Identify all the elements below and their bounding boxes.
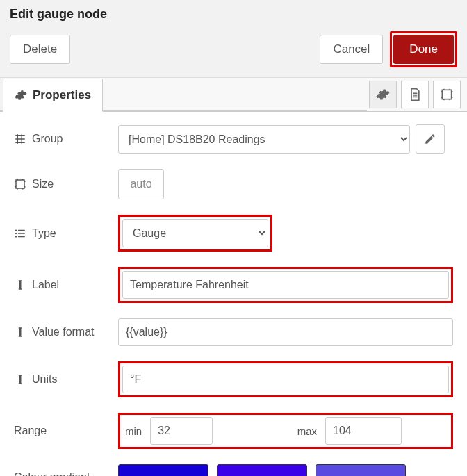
size-button[interactable]: auto xyxy=(118,169,164,199)
text-cursor-icon xyxy=(14,326,26,338)
colour-gradient-label: Colour gradient xyxy=(14,471,90,476)
tab-properties-label: Properties xyxy=(33,88,91,102)
svg-point-2 xyxy=(15,229,17,231)
cancel-button[interactable]: Cancel xyxy=(320,35,383,64)
type-highlight: Gauge xyxy=(118,215,272,252)
pencil-icon xyxy=(424,133,436,145)
settings-pane-button[interactable] xyxy=(369,81,397,108)
units-input[interactable] xyxy=(122,366,449,393)
edit-group-button[interactable] xyxy=(416,124,445,154)
size-label: Size xyxy=(32,178,54,190)
units-highlight xyxy=(118,361,453,397)
done-button[interactable]: Done xyxy=(393,35,454,64)
range-min-input[interactable] xyxy=(150,417,213,445)
label-highlight xyxy=(118,267,453,303)
document-icon xyxy=(408,88,422,101)
group-label: Group xyxy=(32,133,63,145)
gear-icon xyxy=(15,89,27,101)
units-label: Units xyxy=(32,373,57,386)
range-highlight: min max xyxy=(118,413,453,449)
type-select[interactable]: Gauge xyxy=(122,219,268,247)
delete-button[interactable]: Delete xyxy=(10,35,70,64)
range-max-label: max xyxy=(295,425,320,437)
colour-swatch-1[interactable] xyxy=(118,464,208,476)
tab-properties[interactable]: Properties xyxy=(3,79,103,112)
group-select[interactable]: [Home] DS18B20 Readings xyxy=(118,125,410,154)
colour-swatch-2[interactable] xyxy=(217,464,307,476)
gear-icon xyxy=(376,88,390,101)
valueformat-input[interactable] xyxy=(118,318,453,346)
svg-rect-1 xyxy=(16,180,24,188)
text-cursor-icon xyxy=(14,373,26,386)
text-cursor-icon xyxy=(14,279,26,291)
dialog-title: Edit gauge node xyxy=(10,7,457,22)
label-input[interactable] xyxy=(122,271,449,299)
done-highlight: Done xyxy=(390,31,457,67)
colour-swatch-3[interactable] xyxy=(316,464,406,476)
docs-pane-button[interactable] xyxy=(401,81,429,108)
frame-icon xyxy=(440,88,454,101)
range-label: Range xyxy=(14,425,47,437)
valueformat-label: Value format xyxy=(32,326,95,338)
list-icon xyxy=(14,227,26,240)
appearance-pane-button[interactable] xyxy=(433,81,461,108)
type-label: Type xyxy=(32,227,56,240)
svg-point-4 xyxy=(15,236,17,237)
range-max-input[interactable] xyxy=(325,417,402,445)
svg-rect-0 xyxy=(442,90,451,99)
label-label: Label xyxy=(32,279,59,291)
size-icon xyxy=(14,178,26,190)
svg-point-3 xyxy=(15,232,17,233)
grid-icon xyxy=(14,133,26,145)
range-min-label: min xyxy=(122,425,145,437)
